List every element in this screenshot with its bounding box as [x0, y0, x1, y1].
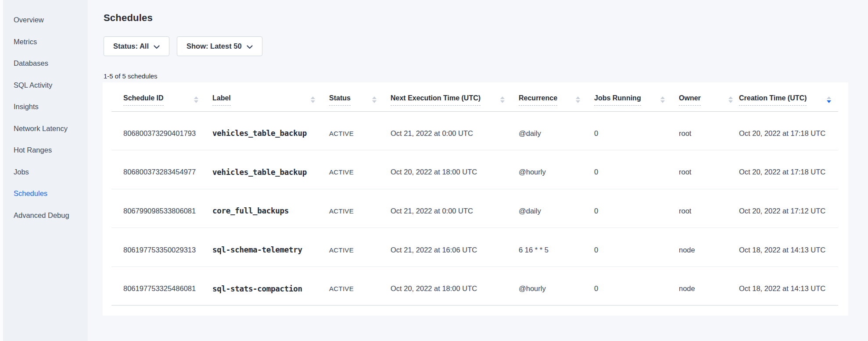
sort-icon[interactable]	[194, 96, 198, 103]
next-execution-cell: Oct 21, 2022 at 16:06 UTC	[391, 228, 519, 267]
owner-cell: node	[679, 266, 739, 305]
next-execution-cell: Oct 20, 2022 at 18:00 UTC	[391, 150, 519, 189]
sort-icon[interactable]	[660, 96, 665, 103]
column-header-label: Schedule ID	[123, 94, 164, 106]
sidebar-item-network-latency[interactable]: Network Latency	[0, 118, 88, 140]
recurrence-cell: @daily	[519, 189, 594, 228]
recurrence-cell: @hourly	[519, 266, 594, 305]
schedule-label-cell: core_full_backups	[212, 189, 329, 228]
column-header-label: Label	[212, 94, 231, 106]
column-header-status[interactable]: Status	[329, 82, 391, 111]
main-content: Schedules Status: All Show: Latest 50 1-…	[88, 0, 868, 341]
sidebar-item-databases[interactable]: Databases	[0, 53, 88, 75]
status-cell: ACTIVE	[329, 150, 391, 189]
schedule-label-cell: sql-stats-compaction	[212, 266, 329, 305]
column-header-label: Recurrence	[519, 94, 557, 106]
schedules-table-card: Schedule ID Label Status Next Execution …	[103, 82, 848, 316]
results-count: 1-5 of 5 schedules	[104, 72, 158, 80]
column-header-label: Jobs Running	[594, 94, 641, 106]
schedules-table: Schedule ID Label Status Next Execution …	[111, 82, 838, 305]
sidebar-item-sql-activity[interactable]: SQL Activity	[0, 75, 88, 96]
jobs-running-cell: 0	[594, 228, 679, 267]
table-row: 806800373290401793 vehicles_table_backup…	[111, 111, 838, 150]
show-filter-dropdown[interactable]: Show: Latest 50	[177, 36, 262, 56]
page-title: Schedules	[104, 12, 153, 24]
creation-time-cell: Oct 20, 2022 at 17:18 UTC	[739, 111, 838, 150]
status-cell: ACTIVE	[329, 228, 391, 267]
show-filter-label: Show: Latest 50	[187, 42, 242, 50]
schedule-id-cell: 806800373290401793	[111, 111, 212, 150]
sort-icon[interactable]	[728, 96, 733, 103]
next-execution-cell: Oct 21, 2022 at 0:00 UTC	[391, 111, 519, 150]
column-header-next-execution-time[interactable]: Next Execution Time (UTC)	[391, 82, 519, 111]
jobs-running-cell: 0	[594, 111, 679, 150]
column-header-creation-time[interactable]: Creation Time (UTC)	[739, 82, 838, 111]
table-row: 806197753350029313 sql-schema-telemetry …	[111, 228, 838, 267]
sidebar-item-jobs[interactable]: Jobs	[0, 161, 88, 183]
jobs-running-cell: 0	[594, 189, 679, 228]
table-header-row: Schedule ID Label Status Next Execution …	[111, 82, 838, 111]
recurrence-cell: 6 16 * * 5	[519, 228, 594, 267]
sidebar-item-insights[interactable]: Insights	[0, 96, 88, 118]
owner-cell: root	[679, 150, 739, 189]
status-cell: ACTIVE	[329, 189, 391, 228]
schedule-id-cell: 806197753350029313	[111, 228, 212, 267]
schedule-label-cell: vehicles_table_backup	[212, 150, 329, 189]
sidebar-item-overview[interactable]: Overview	[0, 9, 88, 31]
sidebar-item-metrics[interactable]: Metrics	[0, 31, 88, 53]
column-header-jobs-running[interactable]: Jobs Running	[594, 82, 679, 111]
column-header-label: Owner	[679, 94, 701, 106]
status-cell: ACTIVE	[329, 111, 391, 150]
creation-time-cell: Oct 18, 2022 at 14:13 UTC	[739, 228, 838, 267]
column-header-label: Creation Time (UTC)	[739, 94, 807, 106]
jobs-running-cell: 0	[594, 266, 679, 305]
table-row: 806799098533806081 core_full_backups ACT…	[111, 189, 838, 228]
filter-bar: Status: All Show: Latest 50	[104, 36, 262, 56]
sort-icon[interactable]	[576, 96, 580, 103]
schedule-id-cell: 806800373283454977	[111, 150, 212, 189]
table-row: 806197753325486081 sql-stats-compaction …	[111, 266, 838, 305]
table-row: 806800373283454977 vehicles_table_backup…	[111, 150, 838, 189]
creation-time-cell: Oct 20, 2022 at 17:18 UTC	[739, 150, 838, 189]
creation-time-cell: Oct 18, 2022 at 14:13 UTC	[739, 266, 838, 305]
sort-icon[interactable]	[500, 96, 505, 103]
column-header-schedule-id[interactable]: Schedule ID	[111, 82, 212, 111]
schedule-id-cell: 806197753325486081	[111, 266, 212, 305]
column-header-label: Status	[329, 94, 351, 106]
column-header-label: Next Execution Time (UTC)	[391, 94, 481, 106]
sidebar-nav: Overview Metrics Databases SQL Activity …	[0, 0, 88, 341]
column-header-recurrence[interactable]: Recurrence	[519, 82, 594, 111]
column-header-label-col[interactable]: Label	[212, 82, 329, 111]
recurrence-cell: @hourly	[519, 150, 594, 189]
recurrence-cell: @daily	[519, 111, 594, 150]
page-left-edge	[0, 0, 3, 341]
sidebar-item-hot-ranges[interactable]: Hot Ranges	[0, 139, 88, 161]
status-filter-dropdown[interactable]: Status: All	[104, 36, 169, 56]
next-execution-cell: Oct 21, 2022 at 0:00 UTC	[391, 189, 519, 228]
owner-cell: root	[679, 111, 739, 150]
next-execution-cell: Oct 20, 2022 at 18:00 UTC	[391, 266, 519, 305]
creation-time-cell: Oct 20, 2022 at 17:12 UTC	[739, 189, 838, 228]
column-header-owner[interactable]: Owner	[679, 82, 739, 111]
jobs-running-cell: 0	[594, 150, 679, 189]
owner-cell: node	[679, 228, 739, 267]
sort-descending-icon[interactable]	[827, 96, 831, 103]
schedule-label-cell: vehicles_table_backup	[212, 111, 329, 150]
sidebar-item-schedules[interactable]: Schedules	[0, 183, 88, 205]
chevron-down-icon	[154, 43, 160, 51]
sort-icon[interactable]	[372, 96, 377, 103]
owner-cell: root	[679, 189, 739, 228]
status-filter-label: Status: All	[113, 42, 149, 50]
sidebar-item-advanced-debug[interactable]: Advanced Debug	[0, 205, 88, 227]
status-cell: ACTIVE	[329, 266, 391, 305]
chevron-down-icon	[247, 43, 253, 51]
sort-icon[interactable]	[311, 96, 315, 103]
schedule-label-cell: sql-schema-telemetry	[212, 228, 329, 267]
schedule-id-cell: 806799098533806081	[111, 189, 212, 228]
